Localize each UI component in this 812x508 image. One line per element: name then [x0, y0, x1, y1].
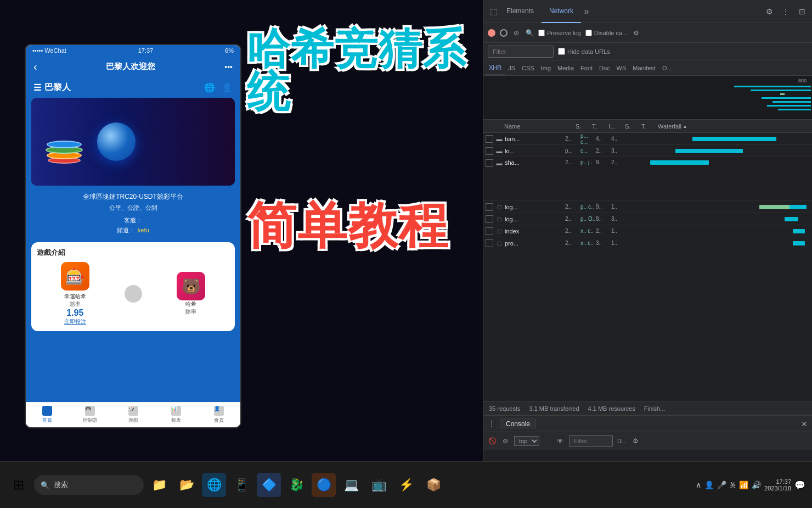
taskbar-app2[interactable]: 🔷	[257, 473, 281, 497]
tab-elements[interactable]: Elements	[499, 0, 542, 23]
tray-network-icon[interactable]: 📶	[739, 481, 748, 489]
col-header-initiator[interactable]: I...	[608, 123, 625, 130]
taskbar-file-explorer[interactable]: 📁	[147, 473, 171, 497]
globe-icon[interactable]: 🌐	[204, 82, 215, 93]
hide-data-urls-checkbox[interactable]: Hide data URLs	[558, 48, 610, 55]
console-clear-icon[interactable]: 🚫	[488, 437, 497, 445]
resource-tab-doc[interactable]: Doc	[596, 60, 613, 76]
col-header-name[interactable]: Name	[504, 123, 576, 130]
row-initiator: 9..	[596, 204, 611, 210]
devtools-tab-bar: ⬚ Elements Network » ⚙ ⋮ ⊡	[483, 0, 812, 23]
row-initiator: 8..	[596, 216, 611, 222]
user-icon[interactable]: 👤	[222, 82, 233, 93]
windows-start-button[interactable]: ⊞	[7, 473, 31, 497]
col-header-time[interactable]: T.	[641, 123, 658, 130]
col-header-status[interactable]: S.	[576, 123, 592, 130]
filter-input[interactable]	[488, 46, 554, 58]
game-name-2: 哈希	[185, 300, 196, 308]
taskbar-app3[interactable]: 🐉	[284, 473, 308, 497]
taskbar-search[interactable]: 🔍 搜索	[34, 475, 144, 495]
row-checkbox[interactable]	[486, 203, 493, 211]
row-waterfall	[642, 228, 810, 235]
bottom-nav-member[interactable]: 👤 會員	[198, 406, 240, 420]
bottom-nav-controller[interactable]: 🎮 控制器	[69, 406, 111, 420]
console-settings-icon[interactable]: ⚙	[631, 437, 640, 445]
table-row[interactable]: □ index 2.. x.. c.. 2.. 1..	[483, 225, 812, 237]
col-header-waterfall[interactable]: Waterfall ▲	[658, 123, 810, 130]
cursor-icon[interactable]: ⬚	[488, 6, 499, 17]
more-button[interactable]: •••	[224, 63, 233, 71]
tray-notification-icon[interactable]: 💬	[794, 480, 805, 490]
chinese-title-2: 简单教程	[247, 201, 477, 250]
platform-subtitle: 公平、公證、公開	[37, 204, 229, 212]
console-filter-input[interactable]	[569, 435, 613, 447]
bottom-nav-home[interactable]: ⌂ 首頁	[26, 406, 69, 420]
table-row[interactable]: □ pro... 2.. x.. c.. 3.. 1..	[483, 237, 812, 249]
console-eye-icon[interactable]: 👁	[556, 437, 565, 445]
resource-tab-manifest[interactable]: Manifest	[629, 60, 659, 76]
console-filter-icon[interactable]: ⊘	[501, 437, 510, 445]
table-row[interactable]: ▬ sha... 2.. p.. j.. 9.. 2..	[483, 157, 812, 201]
tray-lang-icon[interactable]: 英	[730, 481, 736, 489]
row-checkbox[interactable]	[486, 227, 493, 235]
col-header-size[interactable]: S.	[625, 123, 641, 130]
table-row[interactable]: ▬ lo... p... c... 2.. 3..	[483, 145, 812, 157]
tray-up-arrow[interactable]: ∧	[696, 481, 701, 489]
clear-button[interactable]	[500, 29, 507, 37]
taskbar-app4[interactable]: 💻	[339, 473, 363, 497]
settings-icon[interactable]: ⚙	[764, 6, 775, 17]
more-tabs-icon[interactable]: »	[581, 6, 592, 17]
taskbar-time[interactable]: 17:37 2023/1/18	[764, 478, 791, 492]
table-row[interactable]: □ log... 2.. p.. O.. 8.. 3..	[483, 213, 812, 225]
tray-mic-icon[interactable]: 🎤	[717, 481, 726, 489]
back-button[interactable]: ‹	[33, 60, 37, 73]
disable-cache-checkbox[interactable]: Disable ca...	[585, 30, 628, 36]
tray-person-icon[interactable]: 👤	[704, 481, 714, 489]
row-checkbox[interactable]	[486, 147, 493, 155]
row-checkbox[interactable]	[486, 239, 493, 247]
resource-tab-js[interactable]: JS	[505, 60, 518, 76]
console-close-button[interactable]: ✕	[801, 420, 808, 428]
search-icon[interactable]: 🔍	[525, 29, 534, 37]
taskbar-app1[interactable]: 📱	[229, 473, 253, 497]
table-row[interactable]: ▬ ban... 2.. p... c... 4.. 4..	[483, 133, 812, 145]
row-size: 4..	[611, 136, 627, 142]
row-checkbox[interactable]	[486, 135, 493, 143]
console-menu-icon[interactable]: ⋮	[488, 420, 495, 428]
record-button[interactable]	[488, 29, 495, 37]
more-options-icon[interactable]: ⋮	[780, 6, 791, 17]
resource-tab-xhr[interactable]: XHR	[486, 60, 505, 76]
taskbar-edge[interactable]: 🌐	[202, 473, 226, 497]
console-context-select[interactable]: top	[514, 436, 539, 446]
col-header-type[interactable]: T.	[592, 123, 608, 130]
console-tab[interactable]: Console	[500, 418, 536, 429]
game-rate-label-2: 賠率	[185, 308, 196, 316]
dock-icon[interactable]: ⊡	[797, 6, 808, 17]
taskbar-folder[interactable]: 📂	[174, 473, 199, 497]
taskbar-app6[interactable]: ⚡	[394, 473, 418, 497]
bottom-nav-report[interactable]: 📊 報表	[155, 406, 198, 420]
resource-tab-media[interactable]: Media	[554, 60, 577, 76]
table-row[interactable]: □ log... 2.. p.. c.. 9.. 1..	[483, 201, 812, 213]
taskbar-chrome[interactable]: 🔵	[312, 473, 336, 497]
bottom-nav-games[interactable]: 🎲 遊戲	[111, 406, 154, 420]
resource-tab-ws[interactable]: WS	[613, 60, 630, 76]
bet-button-1[interactable]: 立即投注	[64, 318, 86, 326]
resource-tab-css[interactable]: CSS	[518, 60, 538, 76]
taskbar-app7[interactable]: 📦	[421, 473, 446, 497]
resource-tab-other[interactable]: O...	[659, 60, 675, 76]
menu-icon[interactable]: ☰	[33, 82, 41, 93]
header-actions: 🌐 👤	[204, 82, 233, 93]
taskbar-app5[interactable]: 📺	[366, 473, 391, 497]
row-checkbox[interactable]	[486, 159, 493, 167]
tab-network[interactable]: Network	[542, 0, 581, 23]
games-section-title: 遊戲介紹	[37, 248, 229, 258]
throttling-settings-icon[interactable]: ⚙	[631, 29, 640, 37]
resource-tab-font[interactable]: Font	[577, 60, 596, 76]
row-name: lo...	[505, 148, 565, 154]
resource-tab-img[interactable]: Img	[538, 60, 554, 76]
row-checkbox[interactable]	[486, 215, 493, 223]
tray-volume-icon[interactable]: 🔊	[752, 481, 761, 489]
filter-icon[interactable]: ⊘	[512, 29, 521, 37]
preserve-log-checkbox[interactable]: Preserve log	[538, 30, 581, 36]
